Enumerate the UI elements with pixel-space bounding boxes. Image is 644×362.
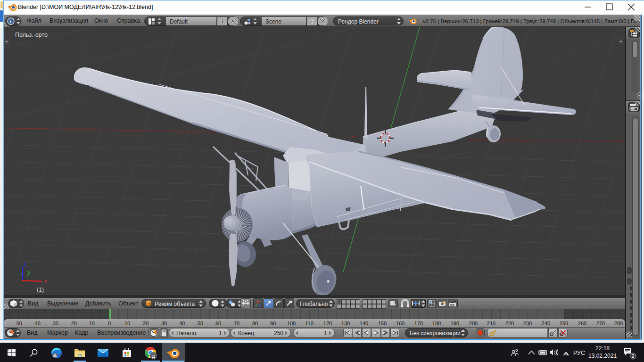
svg-text:Д: Д: [152, 354, 155, 359]
svg-text:i: i: [10, 19, 11, 24]
svg-text:(1): (1): [37, 287, 44, 293]
svg-text:Польз.-орто: Польз.-орто: [15, 32, 48, 38]
svg-text:y: y: [27, 269, 30, 276]
svg-text:+: +: [619, 39, 622, 44]
svg-text:+: +: [5, 39, 8, 44]
svg-text:2: 2: [632, 354, 635, 359]
svg-text:z: z: [24, 261, 26, 267]
svg-text:r: r: [21, 272, 22, 277]
svg-text:x: x: [44, 278, 47, 284]
